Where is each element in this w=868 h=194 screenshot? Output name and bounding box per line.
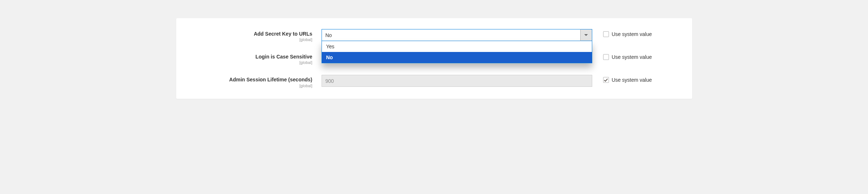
field-session-lifetime: Admin Session Lifetime (seconds) [global… [176,75,678,88]
label-col: Login is Case Sensitive [global] [176,52,322,65]
field-label: Login is Case Sensitive [255,54,312,60]
dropdown-option-no[interactable]: No [322,52,592,63]
field-label: Add Secret Key to URLs [254,31,312,37]
session-lifetime-input[interactable] [322,75,592,87]
use-system-checkbox[interactable] [603,77,609,83]
use-system-checkbox[interactable] [603,31,609,37]
field-scope: [global] [176,84,312,88]
field-scope: [global] [176,60,312,65]
use-system-checkbox[interactable] [603,54,609,60]
check-icon [604,78,608,82]
control-col: No Yes No [322,29,592,41]
use-system-label: Use system value [612,54,652,60]
select-toggle-button[interactable] [580,29,592,41]
dropdown-option-yes[interactable]: Yes [322,41,592,52]
secret-key-select[interactable]: No [322,29,592,41]
control-col [322,75,592,87]
field-label: Admin Session Lifetime (seconds) [229,77,312,82]
dropdown-list: Yes No [322,41,592,63]
field-secret-key: Add Secret Key to URLs [global] No Yes N… [176,29,678,42]
system-value-col: Use system value [592,29,652,37]
use-system-label: Use system value [612,77,652,83]
system-value-col: Use system value [592,52,652,60]
field-scope: [global] [176,37,312,42]
system-value-col: Use system value [592,75,652,83]
label-col: Admin Session Lifetime (seconds) [global… [176,75,322,88]
select-value[interactable]: No [322,29,580,41]
config-panel: Add Secret Key to URLs [global] No Yes N… [176,18,692,99]
use-system-label: Use system value [612,31,652,37]
label-col: Add Secret Key to URLs [global] [176,29,322,42]
chevron-down-icon [584,34,588,36]
